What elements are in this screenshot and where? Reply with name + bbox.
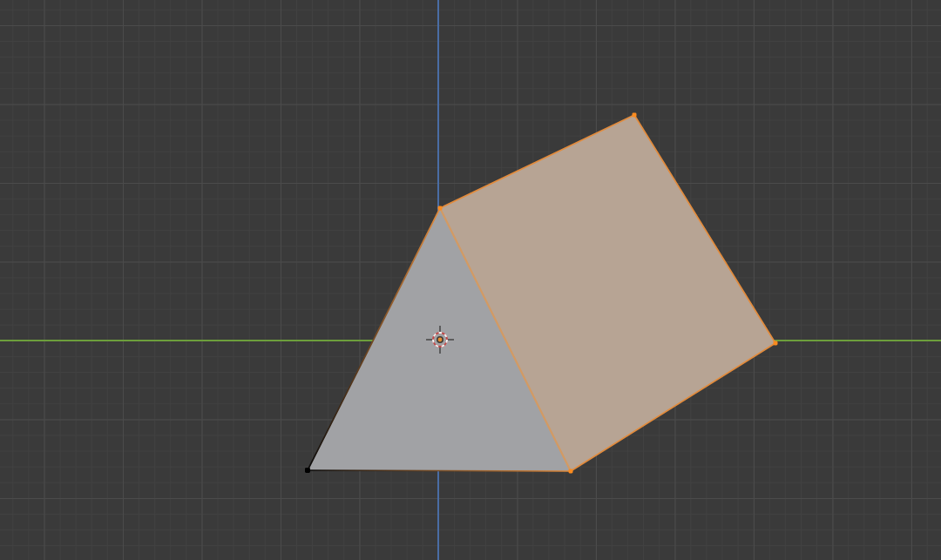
blender-3d-viewport[interactable] [0,0,941,560]
vertex-bottom-middle-selected[interactable] [569,469,573,474]
vertex-bottom-left-unselected[interactable] [305,468,310,473]
edge-bottom-left-bottom-middle[interactable] [308,470,571,471]
vertex-right-selected[interactable] [774,341,778,346]
mesh-canvas [0,0,941,560]
object-origin-dot [437,337,443,342]
vertex-top-selected[interactable] [438,206,443,211]
vertex-top-right-selected[interactable] [633,113,637,118]
